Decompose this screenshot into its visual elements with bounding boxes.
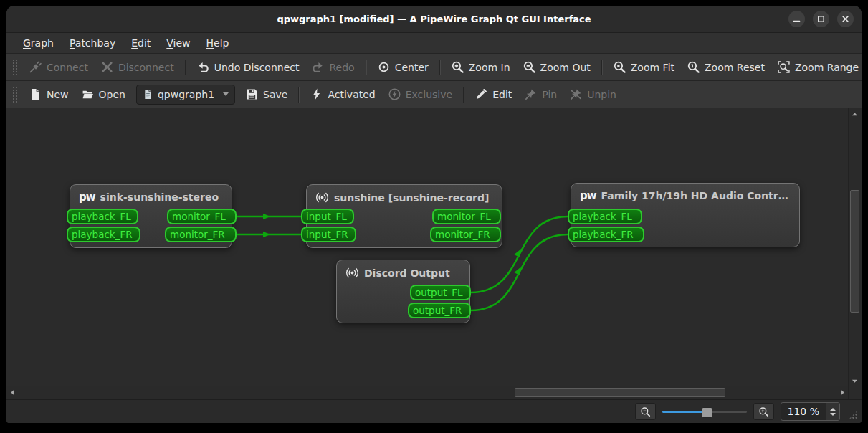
menu-patchbay[interactable]: Patchbay bbox=[62, 35, 123, 51]
zoom-fit-label: Zoom Fit bbox=[631, 62, 674, 73]
save-icon bbox=[246, 88, 258, 100]
scrollbar-corner bbox=[848, 386, 862, 399]
maximize-icon bbox=[817, 15, 825, 23]
vertical-scrollbar[interactable] bbox=[848, 108, 862, 386]
zoom-reset-button[interactable]: Zoom Reset bbox=[681, 57, 771, 77]
undo-label: Undo Disconnect bbox=[214, 62, 300, 73]
zoom-in-icon bbox=[758, 406, 769, 417]
port-family-playback-fr[interactable]: playback_FR bbox=[568, 227, 644, 242]
graph-canvas-area: pw sink-sunshine-stereo sunshine [sunshi… bbox=[6, 108, 862, 399]
title-bar[interactable]: qpwgraph1 [modified] — A PipeWire Graph … bbox=[6, 6, 862, 32]
open-label: Open bbox=[99, 89, 125, 100]
zoom-out-icon bbox=[640, 406, 651, 417]
zoom-slider[interactable] bbox=[662, 406, 747, 417]
close-button[interactable] bbox=[837, 11, 854, 27]
zoom-value: 110 % bbox=[781, 403, 826, 420]
port-sink-playback-fr[interactable]: playback_FR bbox=[67, 227, 140, 242]
edit-button[interactable]: Edit bbox=[469, 85, 518, 104]
unpin-icon bbox=[570, 88, 582, 100]
new-button[interactable]: New bbox=[23, 85, 75, 104]
zoom-out-button[interactable]: Zoom Out bbox=[517, 57, 597, 77]
port-sunshine-monitor-fl[interactable]: monitor_FL bbox=[432, 209, 501, 224]
open-folder-icon bbox=[82, 88, 94, 100]
scroll-left-button[interactable] bbox=[6, 386, 19, 398]
scroll-down-button[interactable] bbox=[849, 375, 861, 386]
toolbar-drag-handle[interactable] bbox=[12, 86, 17, 103]
graph-canvas[interactable]: pw sink-sunshine-stereo sunshine [sunshi… bbox=[6, 108, 849, 386]
undo-icon bbox=[197, 61, 209, 73]
zoom-in-button[interactable]: Zoom In bbox=[445, 57, 517, 77]
zoom-fit-icon bbox=[614, 61, 626, 73]
toolbar-separator bbox=[366, 60, 367, 75]
spin-down-icon[interactable] bbox=[830, 413, 836, 416]
center-button[interactable]: Center bbox=[371, 57, 435, 77]
horizontal-scrollbar[interactable] bbox=[6, 386, 849, 399]
spin-up-icon[interactable] bbox=[830, 408, 836, 411]
menu-bar: Graph Patchbay Edit View Help bbox=[6, 32, 862, 53]
wire-arrow bbox=[514, 266, 523, 275]
port-discord-output-fr[interactable]: output_FR bbox=[408, 303, 471, 318]
scroll-right-button[interactable] bbox=[836, 386, 849, 398]
node-title: sink-sunshine-stereo bbox=[100, 191, 219, 203]
toolbar-separator bbox=[185, 60, 186, 75]
window-resize-grip[interactable] bbox=[849, 410, 858, 419]
center-icon bbox=[378, 61, 390, 73]
port-sink-playback-fl[interactable]: playback_FL bbox=[67, 209, 138, 224]
edit-pencil-icon bbox=[475, 88, 487, 100]
spinbox-arrows[interactable] bbox=[826, 403, 839, 420]
zoom-in-icon bbox=[452, 61, 464, 73]
port-sunshine-monitor-fr[interactable]: monitor_FR bbox=[430, 227, 501, 242]
maximize-button[interactable] bbox=[813, 11, 829, 27]
menu-graph[interactable]: Graph bbox=[15, 35, 62, 51]
disconnect-button[interactable]: Disconnect bbox=[95, 57, 181, 77]
zoom-fit-button[interactable]: Zoom Fit bbox=[607, 57, 681, 77]
pipewire-icon: pw bbox=[79, 191, 95, 204]
horizontal-scroll-thumb[interactable] bbox=[515, 388, 725, 397]
patchbay-file-icon bbox=[143, 89, 153, 100]
open-button[interactable]: Open bbox=[75, 85, 132, 104]
menu-view[interactable]: View bbox=[158, 35, 198, 51]
port-sink-monitor-fl[interactable]: monitor_FL bbox=[167, 209, 237, 224]
node-header: Discord Output bbox=[337, 260, 469, 280]
port-discord-output-fl[interactable]: output_FL bbox=[410, 285, 471, 300]
pin-button[interactable]: Pin bbox=[518, 85, 563, 104]
exclusive-button[interactable]: Exclusive bbox=[382, 85, 459, 104]
statusbar-zoom-in-button[interactable] bbox=[753, 403, 774, 420]
node-title: Family 17h/19h HD Audio Contr… bbox=[601, 190, 788, 201]
arrow-left-icon bbox=[9, 389, 16, 396]
arrow-up-icon bbox=[852, 111, 858, 118]
zoom-reset-label: Zoom Reset bbox=[705, 62, 765, 73]
unpin-button[interactable]: Unpin bbox=[563, 85, 623, 104]
toolbar-separator bbox=[463, 87, 464, 103]
zoom-range-label: Zoom Range bbox=[795, 62, 859, 73]
chevron-down-icon bbox=[223, 92, 229, 96]
port-sunshine-input-fr[interactable]: input_FR bbox=[301, 227, 356, 242]
statusbar-zoom-out-button[interactable] bbox=[635, 403, 656, 420]
toolbar-separator bbox=[601, 60, 603, 75]
port-sunshine-input-fl[interactable]: input_FL bbox=[301, 209, 354, 224]
save-button[interactable]: Save bbox=[239, 85, 294, 104]
pin-icon bbox=[525, 88, 537, 100]
redo-label: Redo bbox=[329, 62, 354, 73]
zoom-in-label: Zoom In bbox=[469, 62, 510, 73]
connect-icon bbox=[29, 61, 42, 73]
connect-button[interactable]: Connect bbox=[23, 57, 95, 77]
activated-button[interactable]: Activated bbox=[304, 85, 381, 104]
undo-button[interactable]: Undo Disconnect bbox=[191, 57, 306, 77]
node-title: Discord Output bbox=[364, 267, 450, 279]
zoom-range-button[interactable]: Zoom Range bbox=[771, 57, 862, 77]
menu-edit[interactable]: Edit bbox=[123, 35, 158, 51]
minimize-button[interactable] bbox=[788, 11, 805, 27]
zoom-slider-handle[interactable] bbox=[702, 407, 712, 418]
toolbar-drag-handle[interactable] bbox=[12, 59, 17, 76]
app-window: qpwgraph1 [modified] — A PipeWire Graph … bbox=[6, 6, 862, 423]
redo-button[interactable]: Redo bbox=[305, 57, 361, 77]
menu-help[interactable]: Help bbox=[199, 35, 237, 51]
patchbay-profile-selector[interactable]: qpwgraph1 bbox=[136, 85, 235, 105]
scroll-up-button[interactable] bbox=[849, 108, 861, 120]
edit-label: Edit bbox=[492, 89, 512, 100]
vertical-scroll-thumb[interactable] bbox=[850, 190, 859, 313]
port-family-playback-fl[interactable]: playback_FL bbox=[568, 209, 642, 224]
zoom-spinbox[interactable]: 110 % bbox=[781, 402, 840, 421]
port-sink-monitor-fr[interactable]: monitor_FR bbox=[165, 227, 237, 242]
